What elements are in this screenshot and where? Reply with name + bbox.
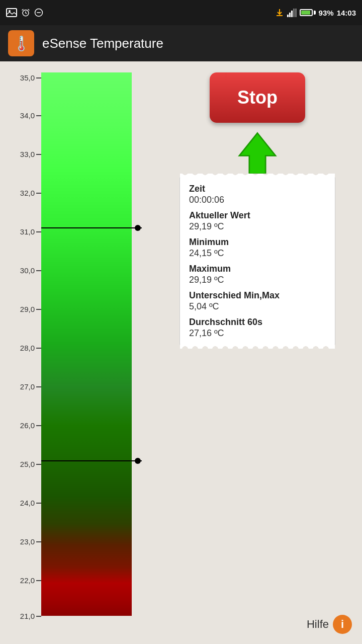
lower-marker-dot xyxy=(135,458,141,464)
status-right-icons: 93% 14:03 xyxy=(276,8,356,17)
clock: 14:03 xyxy=(337,9,356,17)
tick-25: 25,0 xyxy=(20,460,41,468)
tick-29: 29,0 xyxy=(20,305,41,313)
status-bar: 93% 14:03 xyxy=(0,0,362,25)
upper-marker-dot xyxy=(135,225,141,231)
svg-rect-8 xyxy=(287,15,289,17)
tick-34: 34,0 xyxy=(20,111,41,120)
picture-icon xyxy=(6,8,17,17)
app-title: eSense Temperature xyxy=(42,36,163,51)
download-icon xyxy=(276,8,284,17)
signal-icon xyxy=(287,8,297,17)
svg-rect-11 xyxy=(293,9,295,17)
thermo-bar xyxy=(41,72,132,616)
dnd-icon xyxy=(34,8,43,17)
battery-percentage: 93% xyxy=(319,9,334,17)
svg-line-3 xyxy=(22,9,24,10)
app-icon: 🌡️ xyxy=(8,30,34,56)
info-row-minimum: Minimum 24,15 ºC xyxy=(189,237,326,259)
info-card: Zeit 00:00:06 Aktueller Wert 29,19 ºC Mi… xyxy=(179,176,335,346)
tick-35: 35,0 xyxy=(20,73,41,82)
main-content: 35,0 34,0 33,0 32,0 xyxy=(0,61,362,644)
info-row-zeit: Zeit 00:00:06 xyxy=(189,184,326,205)
tick-26: 26,0 xyxy=(20,421,41,430)
tick-31: 31,0 xyxy=(20,227,41,236)
tick-33: 33,0 xyxy=(20,150,41,158)
scale-labels: 35,0 34,0 33,0 32,0 xyxy=(15,72,41,616)
status-icons-left xyxy=(6,8,43,17)
svg-rect-9 xyxy=(289,13,291,17)
right-panel: Stop Zeit 00:00:06 Aktueller Wert 29,19 … xyxy=(156,67,362,644)
tick-22: 22,0 xyxy=(20,576,41,585)
svg-line-4 xyxy=(28,9,30,10)
info-row-unterschied: Unterschied Min,Max 5,04 ºC xyxy=(189,290,326,312)
alarm-icon xyxy=(21,8,30,17)
app-bar: 🌡️ eSense Temperature xyxy=(0,25,362,61)
tick-21: 21,0 xyxy=(20,612,41,620)
tick-28: 28,0 xyxy=(20,344,41,352)
svg-rect-0 xyxy=(7,9,17,17)
svg-rect-12 xyxy=(295,9,297,17)
tick-32: 32,0 xyxy=(20,189,41,197)
upper-marker-line xyxy=(41,227,142,228)
info-row-durchschnitt: Durchschnitt 60s 27,16 ºC xyxy=(189,317,326,339)
thermometer-column: 35,0 34,0 33,0 32,0 xyxy=(0,67,156,636)
hilfe-icon[interactable]: i xyxy=(333,615,352,634)
up-arrow-icon xyxy=(235,131,280,176)
thermo-scale: 35,0 34,0 33,0 32,0 xyxy=(15,67,156,621)
hilfe-label: Hilfe xyxy=(307,618,329,631)
tick-23: 23,0 xyxy=(20,537,41,546)
battery-icon xyxy=(300,9,316,16)
tick-27: 27,0 xyxy=(20,382,41,391)
hilfe-area[interactable]: Hilfe i xyxy=(307,615,352,634)
svg-marker-13 xyxy=(239,133,276,174)
svg-rect-10 xyxy=(291,11,293,17)
lower-marker-line xyxy=(41,460,142,461)
info-row-maximum: Maximum 29,19 ºC xyxy=(189,264,326,285)
stop-button[interactable]: Stop xyxy=(210,72,305,123)
tick-24: 24,0 xyxy=(20,499,41,507)
tick-30: 30,0 xyxy=(20,266,41,275)
info-row-aktuell: Aktueller Wert 29,19 ºC xyxy=(189,210,326,232)
